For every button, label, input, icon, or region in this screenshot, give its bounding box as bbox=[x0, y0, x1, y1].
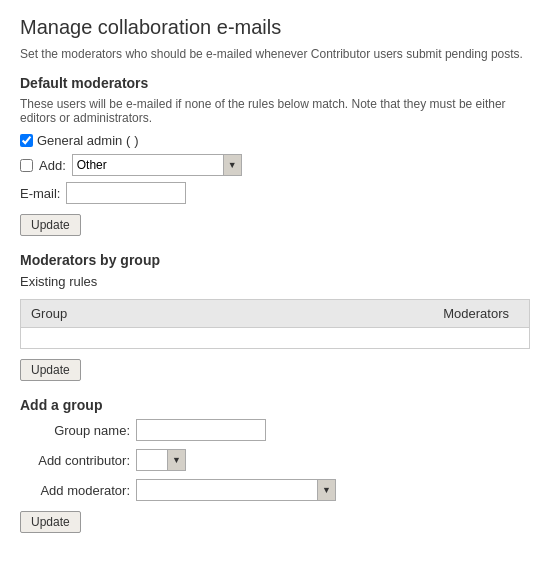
default-moderators-update-button[interactable]: Update bbox=[20, 214, 81, 236]
add-dropdown[interactable]: Other bbox=[73, 155, 223, 175]
group-name-label: Group name: bbox=[20, 423, 130, 438]
page-subtitle: Set the moderators who should be e-maile… bbox=[20, 47, 530, 61]
add-dropdown-arrow[interactable] bbox=[223, 155, 241, 175]
default-moderators-description: These users will be e-mailed if none of … bbox=[20, 97, 530, 125]
group-update-button[interactable]: Update bbox=[20, 359, 81, 381]
table-col-group: Group bbox=[21, 300, 270, 327]
email-label: E-mail: bbox=[20, 186, 60, 201]
add-moderator-label: Add moderator: bbox=[20, 483, 130, 498]
general-admin-suffix: ) bbox=[134, 133, 138, 148]
add-contributor-dropdown-arrow[interactable] bbox=[167, 450, 185, 470]
table-body bbox=[21, 328, 529, 348]
add-dropdown-wrapper[interactable]: Other bbox=[72, 154, 242, 176]
email-input[interactable] bbox=[66, 182, 186, 204]
general-admin-label: General admin ( bbox=[37, 133, 130, 148]
existing-rules-table: Group Moderators bbox=[20, 299, 530, 349]
add-moderator-dropdown-wrapper[interactable] bbox=[136, 479, 336, 501]
existing-rules-label: Existing rules bbox=[20, 274, 530, 289]
add-contributor-dropdown[interactable] bbox=[137, 450, 167, 470]
group-name-input[interactable] bbox=[136, 419, 266, 441]
moderators-by-group-heading: Moderators by group bbox=[20, 252, 530, 268]
add-moderator-dropdown-arrow[interactable] bbox=[317, 480, 335, 500]
add-checkbox[interactable] bbox=[20, 159, 33, 172]
add-label: Add: bbox=[39, 158, 66, 173]
add-moderator-dropdown[interactable] bbox=[137, 480, 317, 500]
table-col-moderators: Moderators bbox=[270, 300, 529, 327]
table-header: Group Moderators bbox=[21, 300, 529, 328]
page-title: Manage collaboration e-mails bbox=[20, 16, 530, 39]
add-group-update-button[interactable]: Update bbox=[20, 511, 81, 533]
general-admin-checkbox[interactable] bbox=[20, 134, 33, 147]
add-group-heading: Add a group bbox=[20, 397, 530, 413]
add-contributor-label: Add contributor: bbox=[20, 453, 130, 468]
add-contributor-dropdown-wrapper[interactable] bbox=[136, 449, 186, 471]
default-moderators-heading: Default moderators bbox=[20, 75, 530, 91]
